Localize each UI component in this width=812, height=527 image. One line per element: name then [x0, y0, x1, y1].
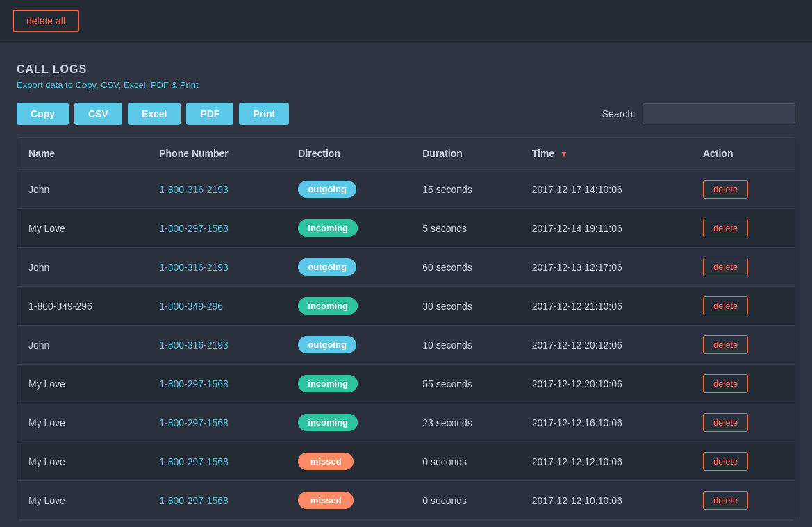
- col-name: Name: [17, 138, 148, 169]
- cell-time: 2017-12-12 21:10:06: [521, 287, 692, 326]
- delete-row-button[interactable]: delete: [703, 258, 748, 276]
- cell-direction: incoming: [287, 209, 411, 248]
- direction-badge: outgoing: [298, 258, 356, 276]
- delete-row-button[interactable]: delete: [703, 374, 748, 393]
- direction-badge: incoming: [298, 219, 358, 237]
- cell-time: 2017-12-12 10:10:06: [521, 481, 692, 520]
- cell-phone: 1-800-316-2193: [148, 326, 287, 365]
- cell-duration: 0 seconds: [411, 442, 520, 481]
- cell-duration: 5 seconds: [411, 209, 520, 248]
- cell-time: 2017-12-12 20:12:06: [521, 326, 692, 365]
- export-buttons: Copy CSV Excel PDF Print: [17, 103, 289, 125]
- table-row: 1-800-349-296 1-800-349-296 incoming 30 …: [17, 287, 795, 326]
- cell-time: 2017-12-12 12:10:06: [521, 442, 692, 481]
- table-row: My Love 1-800-297-1568 missed 0 seconds …: [17, 442, 795, 481]
- search-label: Search:: [602, 108, 636, 119]
- col-action: Action: [692, 138, 795, 169]
- cell-action: delete: [692, 209, 795, 248]
- delete-row-button[interactable]: delete: [703, 335, 748, 354]
- col-direction: Direction: [287, 138, 411, 169]
- cell-name: My Love: [17, 442, 148, 481]
- top-bar: delete all: [0, 0, 812, 42]
- cell-name: My Love: [17, 481, 148, 520]
- cell-time: 2017-12-12 20:10:06: [521, 365, 692, 403]
- delete-all-button[interactable]: delete all: [13, 10, 79, 32]
- direction-badge: missed: [298, 453, 354, 470]
- table-row: John 1-800-316-2193 outgoing 60 seconds …: [17, 248, 795, 287]
- table-row: My Love 1-800-297-1568 missed 0 seconds …: [17, 481, 795, 520]
- cell-duration: 0 seconds: [411, 481, 520, 520]
- cell-duration: 55 seconds: [411, 365, 520, 403]
- delete-row-button[interactable]: delete: [703, 180, 748, 199]
- cell-phone: 1-800-297-1568: [148, 481, 287, 520]
- table-row: John 1-800-316-2193 outgoing 15 seconds …: [17, 169, 795, 209]
- export-label: Export data to Copy, CSV, Excel, PDF & P…: [17, 80, 795, 90]
- cell-direction: outgoing: [287, 326, 411, 365]
- cell-direction: incoming: [287, 403, 411, 442]
- cell-direction: incoming: [287, 365, 411, 403]
- col-time[interactable]: Time ▼: [521, 138, 692, 169]
- delete-row-button[interactable]: delete: [703, 491, 748, 510]
- section-title: CALL LOGS: [17, 63, 795, 76]
- cell-action: delete: [692, 365, 795, 403]
- main-content: CALL LOGS Export data to Copy, CSV, Exce…: [0, 42, 812, 527]
- print-button[interactable]: Print: [239, 103, 289, 125]
- delete-row-button[interactable]: delete: [703, 219, 748, 237]
- table-wrapper: Name Phone Number Direction Duration Tim…: [17, 137, 795, 521]
- cell-name: My Love: [17, 365, 148, 403]
- table-row: John 1-800-316-2193 outgoing 10 seconds …: [17, 326, 795, 365]
- cell-direction: missed: [287, 442, 411, 481]
- cell-name: John: [17, 169, 148, 209]
- direction-badge: missed: [298, 492, 354, 509]
- sort-arrow-icon: ▼: [560, 149, 568, 159]
- delete-row-button[interactable]: delete: [703, 413, 748, 432]
- cell-phone: 1-800-297-1568: [148, 209, 287, 248]
- cell-name: My Love: [17, 209, 148, 248]
- cell-name: 1-800-349-296: [17, 287, 148, 326]
- cell-time: 2017-12-14 19:11:06: [521, 209, 692, 248]
- cell-phone: 1-800-297-1568: [148, 403, 287, 442]
- pdf-button[interactable]: PDF: [186, 103, 233, 125]
- call-logs-table: Name Phone Number Direction Duration Tim…: [17, 138, 795, 520]
- cell-time: 2017-12-13 12:17:06: [521, 248, 692, 287]
- pagination: Showing 1 to 9 of 9 entries Previous 1 N…: [17, 521, 795, 527]
- table-body: John 1-800-316-2193 outgoing 15 seconds …: [17, 169, 795, 520]
- cell-action: delete: [692, 442, 795, 481]
- search-input[interactable]: [643, 103, 795, 124]
- cell-action: delete: [692, 248, 795, 287]
- cell-action: delete: [692, 481, 795, 520]
- delete-row-button[interactable]: delete: [703, 296, 748, 315]
- copy-button[interactable]: Copy: [17, 103, 69, 125]
- cell-action: delete: [692, 169, 795, 209]
- search-area: Search:: [602, 103, 795, 124]
- direction-badge: incoming: [298, 414, 358, 431]
- table-row: My Love 1-800-297-1568 incoming 23 secon…: [17, 403, 795, 442]
- cell-name: John: [17, 248, 148, 287]
- cell-phone: 1-800-297-1568: [148, 442, 287, 481]
- delete-row-button[interactable]: delete: [703, 452, 748, 471]
- cell-duration: 10 seconds: [411, 326, 520, 365]
- excel-button[interactable]: Excel: [128, 103, 181, 125]
- toolbar: Copy CSV Excel PDF Print Search:: [17, 103, 795, 125]
- cell-direction: outgoing: [287, 248, 411, 287]
- cell-duration: 30 seconds: [411, 287, 520, 326]
- table-header: Name Phone Number Direction Duration Tim…: [17, 138, 795, 169]
- cell-duration: 60 seconds: [411, 248, 520, 287]
- table-row: My Love 1-800-297-1568 incoming 55 secon…: [17, 365, 795, 403]
- csv-button[interactable]: CSV: [74, 103, 122, 125]
- cell-direction: incoming: [287, 287, 411, 326]
- col-phone: Phone Number: [148, 138, 287, 169]
- cell-phone: 1-800-297-1568: [148, 365, 287, 403]
- direction-badge: outgoing: [298, 336, 356, 353]
- table-row: My Love 1-800-297-1568 incoming 5 second…: [17, 209, 795, 248]
- cell-action: delete: [692, 326, 795, 365]
- cell-name: John: [17, 326, 148, 365]
- cell-action: delete: [692, 403, 795, 442]
- cell-duration: 23 seconds: [411, 403, 520, 442]
- cell-phone: 1-800-316-2193: [148, 169, 287, 209]
- cell-phone: 1-800-316-2193: [148, 248, 287, 287]
- cell-name: My Love: [17, 403, 148, 442]
- cell-direction: outgoing: [287, 169, 411, 209]
- header-row: Name Phone Number Direction Duration Tim…: [17, 138, 795, 169]
- cell-time: 2017-12-17 14:10:06: [521, 169, 692, 209]
